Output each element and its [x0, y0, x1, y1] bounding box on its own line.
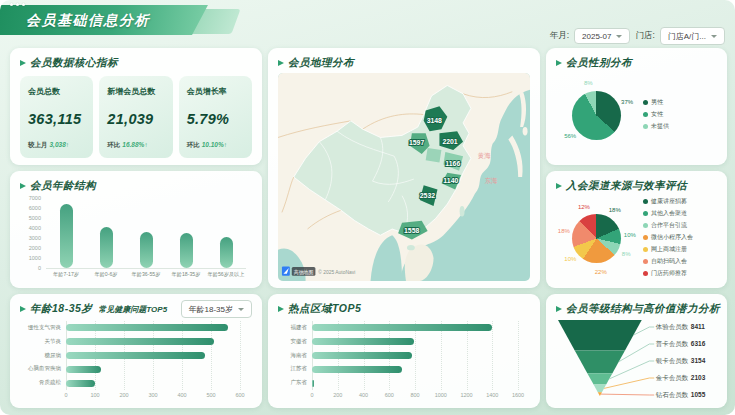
pie-slice-label: 22% [595, 269, 607, 275]
legend-label: 门店药师推荐 [651, 269, 687, 278]
legend-item[interactable]: 微信小程序入会 [643, 233, 717, 242]
channel-pie-chart[interactable]: 18%10%8%22%10%18%12%健康讲座招募其他入会渠道合作平台引流微信… [556, 194, 717, 281]
y-tick-label: 5000 [20, 215, 41, 221]
up-arrow-icon: ↑ [224, 141, 227, 148]
legend-item[interactable]: 未提供 [643, 122, 717, 131]
x-tick-label: 500 [196, 392, 226, 398]
gridline [415, 321, 416, 390]
funnel-value: 2103 [691, 374, 706, 381]
funnel-band[interactable] [575, 350, 625, 373]
legend-item[interactable]: 其他入会渠道 [643, 209, 717, 218]
bar [140, 232, 153, 268]
legend-item[interactable]: 合作平台引流 [643, 221, 717, 230]
bar [66, 366, 101, 373]
funnel-band[interactable] [587, 373, 612, 384]
y-category-label: 福建省 [278, 321, 307, 335]
chevron-down-icon [238, 308, 244, 311]
china-map[interactable]: 3148 2201 1597 1166 1140 2532 1558 黄海 东海 [278, 73, 530, 281]
age-group-select-value: 年龄18-35岁 [189, 304, 233, 315]
map-attribution: 高德地图 © 2025 AutoNavi [282, 266, 355, 275]
gender-pie-chart[interactable]: 37%56%8%男性女性未提供 [556, 71, 717, 158]
window-dots [10, 3, 25, 6]
pie-slice-label: 37% [621, 99, 633, 105]
y-category-label: 安徽省 [278, 335, 307, 349]
x-category-label: 年龄18-35岁 [166, 271, 206, 278]
x-tick-label: 1600 [503, 392, 533, 398]
store-select-value: 门店A/门... [668, 31, 706, 42]
legend: 男性女性未提供 [641, 71, 717, 158]
arrow-icon [278, 306, 284, 312]
y-category-label: 海南省 [278, 349, 307, 363]
month-select[interactable]: 2025-07 [574, 28, 630, 44]
attribution-logo-text: 高德地图 [294, 269, 314, 276]
bar [312, 366, 402, 373]
bar [312, 352, 412, 359]
funnel-label: 普卡会员数 [656, 340, 689, 348]
panel-channel-title: 入会渠道来源与效率评估 [566, 179, 687, 193]
x-tick-label: 0 [51, 392, 81, 398]
province-anhui[interactable] [426, 148, 442, 163]
bar [220, 237, 233, 268]
pie[interactable] [572, 214, 621, 263]
health-issues-bar-chart[interactable]: 0100200300400500600慢性支气管炎关节炎糖尿病心脑血管疾病骨质疏… [20, 317, 252, 401]
store-select[interactable]: 门店A/门... [660, 27, 725, 45]
arrow-icon [556, 60, 562, 66]
legend-marker [643, 259, 648, 264]
funnel-label: 银卡会员数 [655, 357, 689, 364]
region-value: 1558 [404, 227, 419, 235]
pie-slice-label: 10% [564, 256, 576, 262]
kpi-value: 363,115 [28, 111, 85, 127]
pie-slice-label: 18% [558, 228, 570, 234]
gridline [441, 321, 442, 390]
legend-item[interactable]: 男性 [643, 98, 717, 107]
page-title: 会员基础信息分析 [0, 5, 208, 35]
legend-label: 男性 [651, 98, 663, 107]
age-group-select[interactable]: 年龄18-35岁 [181, 300, 252, 318]
legend-item[interactable]: 健康讲座招募 [643, 197, 717, 206]
region-value: 2532 [420, 192, 435, 200]
panel-age-structure: 会员年龄结构 01000200030004000500060007000年龄7-… [10, 171, 262, 288]
panel-geo-distribution: 会员地理分布 [268, 48, 540, 288]
panel-kpi: 会员数据核心指标 会员总数 363,115 较上月3,038↑ 新增会员总数 2… [10, 48, 262, 165]
panel-gender: 会员性别分布 37%56%8%男性女性未提供 [546, 48, 727, 165]
legend-item[interactable]: 自助扫码入会 [643, 257, 717, 266]
gridline [492, 321, 493, 390]
funnel-value: 3154 [691, 357, 706, 364]
gridline [240, 321, 241, 390]
kpi-card-total-members: 会员总数 363,115 较上月3,038↑ [20, 76, 93, 158]
chevron-down-icon [711, 35, 717, 38]
panel-member-levels: 会员等级结构与高价值潜力分析 体验会员数8411普卡会员数6316银卡会员数31… [546, 294, 727, 408]
age-bar-chart[interactable]: 01000200030004000500060007000年龄7-17岁年龄0-… [20, 194, 252, 281]
panel-age-title: 会员年龄结构 [30, 179, 96, 193]
x-axis-line [46, 268, 246, 269]
legend-item[interactable]: 女性 [643, 110, 717, 119]
funnel-band[interactable] [558, 320, 642, 350]
up-arrow-icon: ↑ [66, 141, 69, 148]
legend-marker [643, 211, 648, 216]
x-category-label: 年龄56岁及以上 [206, 271, 246, 278]
x-tick-label: 600 [225, 392, 255, 398]
kpi-value: 21,039 [107, 111, 164, 127]
y-category-label: 骨质疏松 [20, 376, 61, 390]
hot-regions-bar-chart[interactable]: 02004006008001000120014001600福建省安徽省海南省江苏… [278, 317, 530, 401]
arrow-icon [556, 183, 562, 189]
legend-marker [643, 223, 648, 228]
legend-label: 合作平台引流 [651, 221, 687, 230]
y-category-label: 心脑血管疾病 [20, 362, 61, 376]
legend-label: 自助扫码入会 [651, 257, 687, 266]
sea-label: 东海 [485, 177, 498, 185]
region-value: 2201 [442, 138, 457, 146]
month-select-value: 2025-07 [582, 32, 611, 41]
level-funnel-chart[interactable]: 体验会员数8411普卡会员数6316银卡会员数3154金卡会员数2103钻石会员… [556, 317, 717, 405]
pie[interactable] [572, 91, 621, 140]
arrow-icon [20, 60, 26, 66]
store-filter-label: 门店: [635, 30, 654, 42]
legend-item[interactable]: 门店药师推荐 [643, 269, 717, 278]
up-arrow-icon: ↑ [144, 141, 147, 148]
legend-item[interactable]: 网上商城注册 [643, 245, 717, 254]
legend-marker [643, 124, 648, 129]
panel-map-header: 会员地理分布 [278, 55, 530, 71]
panel-health-top5: 年龄18-35岁 常见健康问题TOP5 年龄18-35岁 01002003004… [10, 294, 262, 408]
arrow-icon [20, 183, 26, 189]
legend-marker [643, 112, 648, 117]
